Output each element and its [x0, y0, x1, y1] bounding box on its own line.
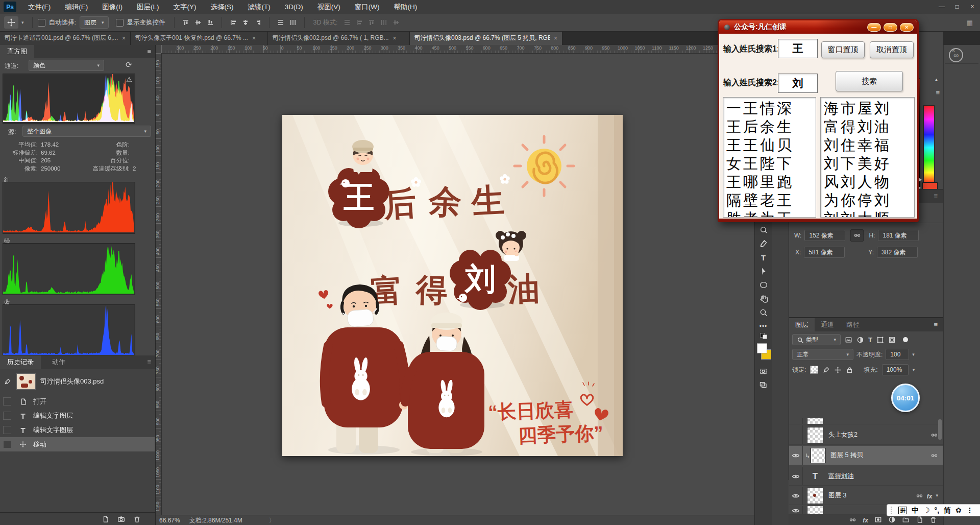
ime-width-mode[interactable]: ☽: [923, 507, 930, 514]
show-transform-checkbox[interactable]: [116, 19, 124, 27]
layer-thumbnail[interactable]: [811, 448, 825, 463]
healing-brush-tool-icon[interactable]: [755, 223, 772, 236]
document-tab-0[interactable]: 司泞卡通谐音001.psd @ 66.7% (图层 6,...×: [0, 31, 131, 45]
history-checkbox[interactable]: [3, 440, 11, 448]
layer-thumbnail[interactable]: [807, 488, 823, 504]
window-minimize-icon[interactable]: —: [934, 0, 949, 14]
document-tab-1[interactable]: 司泞头像亲子001-恢复的.psd @ 66.7% ...×: [131, 31, 268, 45]
tab-channels[interactable]: 通道: [815, 318, 840, 331]
pin-window-button[interactable]: 窗口置顶: [821, 41, 865, 58]
layer-visibility-toggle[interactable]: [789, 467, 803, 485]
hue-spectrum-bar[interactable]: [923, 105, 935, 182]
result-item[interactable]: 风刘人物: [824, 173, 914, 191]
status-chevron-icon[interactable]: 〉: [269, 516, 275, 525]
ellipse-tool-icon[interactable]: [755, 278, 772, 292]
x-field[interactable]: 581 像素: [804, 247, 845, 258]
collapse-dock-icon[interactable]: «: [951, 46, 955, 54]
results-list-1[interactable]: 一王情深王后余生王王仙贝女王陛下王哪里跑隔壁老王胜者为王: [723, 97, 816, 218]
layer-visibility-toggle[interactable]: [789, 487, 803, 505]
search2-input[interactable]: 刘: [778, 74, 818, 93]
auto-select-dropdown[interactable]: 图层▾: [80, 16, 109, 29]
lock-position-icon[interactable]: [834, 366, 842, 374]
ime-simplified[interactable]: 简: [944, 507, 951, 514]
layer-thumbnail[interactable]: [807, 506, 823, 514]
align-left-icon[interactable]: [355, 18, 364, 27]
collapse-panel-icon[interactable]: ▲: [934, 77, 939, 82]
result-item[interactable]: 胜者为王: [726, 209, 816, 218]
recording-timer-overlay[interactable]: 04:01: [891, 384, 920, 412]
result-item[interactable]: 一王情深: [726, 99, 816, 117]
type-tool-icon[interactable]: T: [755, 251, 772, 264]
results-list-2[interactable]: 海市屋刘富得刘油刘住幸福刘下美好风刘人物为你停刘刘刘大顺: [820, 97, 915, 218]
align-vcenter-icon[interactable]: [391, 18, 401, 27]
unpin-window-button[interactable]: 取消置顶: [870, 41, 914, 58]
tool-preset-caret-icon[interactable]: ▾: [21, 20, 24, 25]
zoom-tool-icon[interactable]: [755, 306, 772, 319]
width-field[interactable]: 152 像素: [804, 230, 845, 241]
path-selection-tool-icon[interactable]: [755, 265, 772, 278]
lock-all-icon[interactable]: [846, 366, 853, 374]
layer-visibility-toggle[interactable]: [789, 418, 803, 424]
filter-adjustment-layers-icon[interactable]: [856, 336, 864, 344]
screen-mode-icon[interactable]: [755, 378, 772, 391]
lock-image-pixels-icon[interactable]: [822, 366, 830, 374]
align-top-icon[interactable]: [181, 18, 190, 27]
layer-name[interactable]: 头上女孩2: [828, 431, 857, 439]
tab-history[interactable]: 历史记录: [0, 355, 41, 369]
tab-layers[interactable]: 图层: [789, 318, 815, 331]
hand-tool-icon[interactable]: [755, 292, 772, 305]
delete-layer-icon[interactable]: [929, 516, 937, 523]
panel-menu-icon[interactable]: ≡: [928, 318, 943, 331]
blend-mode-dropdown[interactable]: 正常▾: [792, 349, 853, 360]
adjustment-layer-icon[interactable]: [888, 516, 896, 523]
result-item[interactable]: 王哪里跑: [726, 173, 816, 191]
document-tab-3[interactable]: 司泞情侣头像003.psd @ 66.7% (图层 5 拷贝, RGB/8) *…: [410, 31, 562, 45]
foreground-color-swatch[interactable]: [757, 343, 767, 353]
align-dv-icon[interactable]: [276, 18, 285, 27]
menu-item-7[interactable]: 3D(D): [278, 0, 310, 14]
ime-chinese-mode[interactable]: 中: [912, 507, 919, 514]
ime-drag-handle[interactable]: [891, 507, 894, 514]
auto-select-checkbox[interactable]: [38, 19, 45, 27]
history-state-0[interactable]: 打开: [0, 394, 155, 409]
menu-item-1[interactable]: 编辑(E): [58, 0, 95, 14]
filter-toggle-icon[interactable]: [903, 337, 908, 342]
dialog-minimize-icon[interactable]: —: [867, 23, 881, 32]
result-item[interactable]: 隔壁老王: [726, 191, 816, 209]
menu-item-3[interactable]: 图层(L): [130, 0, 166, 14]
layer-row-2[interactable]: ↳图层 5 拷贝: [789, 446, 943, 465]
layer-thumbnail[interactable]: [807, 427, 823, 443]
panel-menu-icon[interactable]: ≡: [928, 189, 943, 203]
close-tab-icon[interactable]: ×: [393, 35, 397, 42]
layer-visibility-toggle[interactable]: [789, 446, 803, 465]
menu-item-0[interactable]: 文件(F): [21, 0, 58, 14]
layer-row-1[interactable]: 头上女孩2: [789, 425, 943, 445]
align-bottom-icon[interactable]: [206, 18, 215, 27]
zoom-level[interactable]: 66.67%: [159, 517, 180, 524]
layer-row-3[interactable]: T富得刘油: [789, 467, 943, 486]
tab-paths[interactable]: 路径: [840, 318, 866, 331]
align-top-icon[interactable]: [367, 18, 376, 27]
history-checkbox[interactable]: [3, 397, 11, 405]
ime-punctuation[interactable]: °,: [935, 507, 940, 514]
result-item[interactable]: 刘刘大顺: [824, 209, 914, 218]
delete-state-icon[interactable]: [133, 515, 141, 523]
window-maximize-icon[interactable]: □: [949, 0, 965, 14]
result-item[interactable]: 王王仙贝: [726, 136, 816, 154]
channel-dropdown[interactable]: 颜色▾: [29, 60, 104, 71]
search1-input[interactable]: 王: [778, 39, 818, 58]
document-tab-2[interactable]: 司泞情侣头像002.psd @ 66.7% ( 1, RGB...×: [268, 31, 410, 45]
new-layer-icon[interactable]: [916, 516, 923, 523]
history-state-3[interactable]: 移动: [0, 437, 155, 451]
layer-name[interactable]: 图层 3: [828, 491, 846, 500]
filter-text-layers-icon[interactable]: T: [868, 336, 872, 344]
result-item[interactable]: 刘住幸福: [824, 136, 914, 154]
layer-fx-icon[interactable]: fx: [927, 491, 933, 500]
layer-visibility-toggle[interactable]: [789, 425, 803, 444]
history-checkbox[interactable]: [3, 426, 11, 434]
ime-menu[interactable]: ⋮: [966, 507, 973, 514]
link-dimensions-icon[interactable]: [850, 229, 864, 242]
warning-icon[interactable]: ⚠: [126, 76, 132, 83]
filter-shape-layers-icon[interactable]: [876, 336, 884, 344]
layer-thumbnail[interactable]: [807, 418, 823, 424]
